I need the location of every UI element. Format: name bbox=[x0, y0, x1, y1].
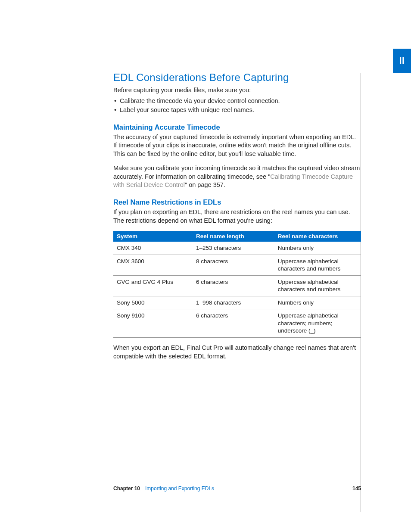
table-row: Sony 9100 6 characters Uppercase alphabe… bbox=[113, 309, 361, 338]
table-cell: CMX 3600 bbox=[113, 255, 193, 275]
table-header: System bbox=[113, 231, 193, 242]
table-cell: CMX 340 bbox=[113, 242, 193, 255]
table-cell: 8 characters bbox=[193, 255, 274, 275]
table-cell: GVG and GVG 4 Plus bbox=[113, 275, 193, 296]
table-cell: Sony 5000 bbox=[113, 296, 193, 309]
table-cell: Numbers only bbox=[274, 242, 361, 255]
subhead-reelname: Reel Name Restrictions in EDLs bbox=[113, 198, 361, 206]
intro-text: Before capturing your media files, make … bbox=[113, 86, 361, 95]
bullet-item: Calibrate the timecode via your device c… bbox=[113, 96, 361, 106]
table-cell: 6 characters bbox=[193, 275, 274, 296]
page-number: 145 bbox=[352, 485, 361, 492]
chapter-title: Importing and Exporting EDLs bbox=[145, 485, 352, 492]
body-text: Make sure you calibrate your incoming ti… bbox=[113, 164, 361, 190]
table-cell: 6 characters bbox=[193, 309, 274, 338]
table-cell: Numbers only bbox=[274, 296, 361, 309]
edl-restrictions-table: System Reel name length Reel name charac… bbox=[113, 231, 361, 338]
table-cell: 1–998 characters bbox=[193, 296, 274, 309]
table-cell: Sony 9100 bbox=[113, 309, 193, 338]
table-header: Reel name length bbox=[193, 231, 274, 242]
subhead-timecode: Maintaining Accurate Timecode bbox=[113, 123, 361, 131]
bullet-item: Label your source tapes with unique reel… bbox=[113, 106, 361, 115]
body-text: If you plan on exporting an EDL, there a… bbox=[113, 208, 361, 225]
body-text: The accuracy of your captured timecode i… bbox=[113, 133, 361, 159]
table-cell: Uppercase alphabetical characters; numbe… bbox=[274, 309, 361, 338]
part-tab: II bbox=[393, 49, 411, 73]
table-header-row: System Reel name length Reel name charac… bbox=[113, 231, 361, 242]
table-cell: 1–253 characters bbox=[193, 242, 274, 255]
page: II EDL Considerations Before Capturing B… bbox=[0, 0, 411, 532]
table-row: Sony 5000 1–998 characters Numbers only bbox=[113, 296, 361, 309]
body-text: When you export an EDL, Final Cut Pro wi… bbox=[113, 344, 361, 361]
table-cell: Uppercase alphabetical characters and nu… bbox=[274, 255, 361, 275]
table-cell: Uppercase alphabetical characters and nu… bbox=[274, 275, 361, 296]
table-row: CMX 3600 8 characters Uppercase alphabet… bbox=[113, 255, 361, 275]
intro-bullets: Calibrate the timecode via your device c… bbox=[113, 96, 361, 115]
table-header: Reel name characters bbox=[274, 231, 361, 242]
content-area: EDL Considerations Before Capturing Befo… bbox=[113, 72, 361, 367]
chapter-label: Chapter 10 bbox=[113, 485, 140, 492]
table-row: GVG and GVG 4 Plus 6 characters Uppercas… bbox=[113, 275, 361, 296]
section-title: EDL Considerations Before Capturing bbox=[113, 72, 361, 84]
table-row: CMX 340 1–253 characters Numbers only bbox=[113, 242, 361, 255]
body-run: " on page 357. bbox=[185, 181, 225, 188]
page-footer: Chapter 10 Importing and Exporting EDLs … bbox=[113, 485, 361, 492]
